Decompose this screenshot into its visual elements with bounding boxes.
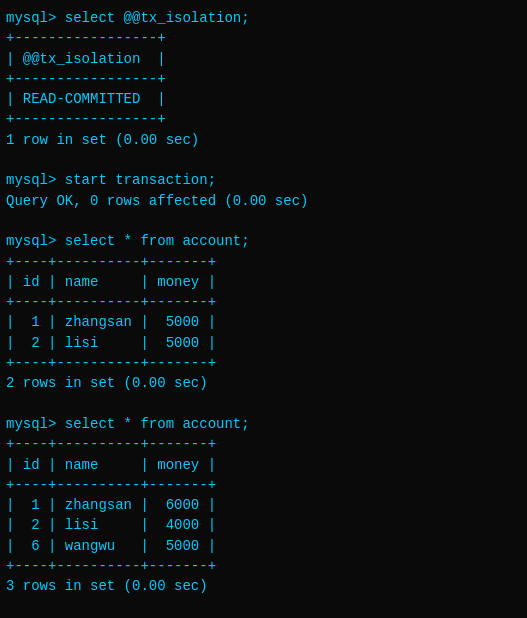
terminal-line: | 6 | wangwu | 5000 | [6,536,521,556]
terminal-line: Query OK, 0 rows affected (0.00 sec) [6,191,521,211]
terminal-line: mysql> select * from account; [6,231,521,251]
terminal-output: mysql> select @@tx_isolation;+----------… [6,8,521,610]
terminal-line: mysql> start transaction; [6,170,521,190]
terminal-line: mysql> select @@tx_isolation; [6,8,521,28]
terminal-line [6,211,521,231]
terminal-line: 3 rows in set (0.00 sec) [6,576,521,596]
terminal-line: | id | name | money | [6,455,521,475]
terminal-line: mysql> select * from account; [6,414,521,434]
terminal-line: | @@tx_isolation | [6,49,521,69]
terminal-line: +----+----------+-------+ [6,475,521,495]
terminal-line: 2 rows in set (0.00 sec) [6,373,521,393]
terminal-line: | 1 | zhangsan | 5000 | [6,312,521,332]
terminal-line: +----+----------+-------+ [6,292,521,312]
terminal-line: 1 row in set (0.00 sec) [6,130,521,150]
terminal-line [6,394,521,414]
terminal-line [6,150,521,170]
terminal-line: +----+----------+-------+ [6,556,521,576]
terminal-line: | 1 | zhangsan | 6000 | [6,495,521,515]
terminal-line: +-----------------+ [6,69,521,89]
terminal-line: +----+----------+-------+ [6,252,521,272]
terminal-line: +----+----------+-------+ [6,434,521,454]
terminal-line: +----+----------+-------+ [6,353,521,373]
terminal-line: | 2 | lisi | 4000 | [6,515,521,535]
terminal-line: +-----------------+ [6,109,521,129]
terminal-line: +-----------------+ [6,28,521,48]
terminal-line: | READ-COMMITTED | [6,89,521,109]
terminal-line: | id | name | money | [6,272,521,292]
terminal-line: | 2 | lisi | 5000 | [6,333,521,353]
